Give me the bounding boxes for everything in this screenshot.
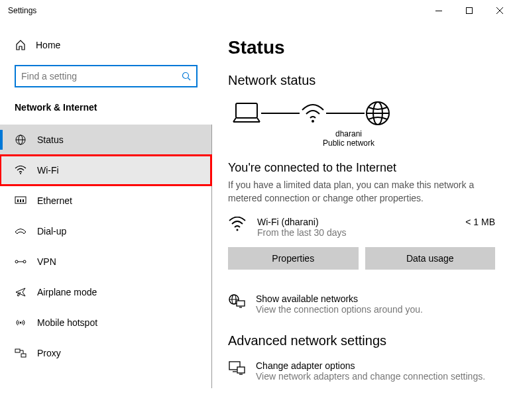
adapter-title: Change adapter options — [256, 360, 485, 371]
nav-label: Mobile hotspot — [37, 317, 97, 328]
svg-rect-31 — [237, 301, 245, 306]
nav-item-hotspot[interactable]: Mobile hotspot — [0, 307, 211, 338]
svg-rect-13 — [23, 199, 24, 202]
wifi-icon — [228, 217, 247, 231]
data-usage-button[interactable]: Data usage — [365, 247, 496, 270]
dialup-icon — [15, 227, 27, 235]
network-status-heading: Network status — [228, 73, 495, 88]
vpn-icon — [15, 257, 27, 266]
nav-label: Airplane mode — [37, 287, 97, 297]
search-icon — [182, 72, 191, 81]
sidebar: Home Network & Internet Status Wi-Fi Eth… — [0, 21, 212, 420]
svg-rect-11 — [17, 199, 19, 202]
svg-rect-0 — [435, 11, 442, 11]
close-button[interactable] — [485, 0, 515, 21]
airplane-icon — [15, 286, 27, 298]
show-networks-desc: View the connection options around you. — [256, 304, 423, 315]
home-icon — [15, 40, 27, 50]
nav-label: Wi-Fi — [37, 165, 59, 176]
nav-item-status[interactable]: Status — [0, 125, 211, 155]
svg-point-17 — [20, 322, 22, 324]
show-networks-option[interactable]: Show available networks View the connect… — [228, 293, 495, 315]
nav-item-dialup[interactable]: Dial-up — [0, 216, 211, 246]
connected-title: You're connected to the Internet — [228, 161, 495, 175]
search-input[interactable] — [21, 71, 174, 81]
svg-point-4 — [183, 73, 189, 79]
adapter-desc: View network adapters and change connect… — [256, 371, 485, 382]
main-panel: Status Network status dharani Public net… — [212, 21, 515, 420]
ssid-label: dharani — [289, 129, 408, 138]
connected-desc: If you have a limited data plan, you can… — [228, 179, 495, 205]
svg-rect-12 — [20, 199, 21, 202]
minimize-button[interactable] — [424, 0, 454, 21]
proxy-icon — [15, 348, 27, 358]
svg-point-14 — [15, 260, 18, 263]
home-label: Home — [36, 40, 60, 50]
wifi-name: Wi-Fi (dharani) — [257, 217, 455, 227]
globe-icon — [365, 100, 391, 127]
nav-list: Status Wi-Fi Ethernet Dial-up VPN Airpla… — [0, 125, 212, 388]
nav-label: Dial-up — [37, 226, 66, 236]
connector-line — [326, 113, 365, 114]
diagram-labels: dharani Public network — [289, 129, 408, 148]
svg-point-9 — [20, 173, 21, 174]
ethernet-icon — [15, 196, 27, 205]
svg-rect-1 — [467, 8, 473, 14]
network-type-label: Public network — [289, 138, 408, 148]
nav-label: VPN — [37, 256, 56, 267]
advanced-heading: Advanced network settings — [228, 333, 495, 348]
svg-rect-19 — [21, 354, 26, 357]
network-diagram — [228, 100, 495, 127]
nav-label: Status — [37, 134, 64, 145]
window-title: Settings — [8, 6, 36, 15]
svg-line-5 — [188, 78, 191, 81]
svg-point-15 — [23, 260, 26, 263]
home-link[interactable]: Home — [0, 34, 212, 56]
nav-item-proxy[interactable]: Proxy — [0, 338, 211, 368]
laptop-icon — [232, 102, 261, 125]
page-title: Status — [228, 37, 495, 58]
globe-monitor-icon — [15, 134, 27, 146]
svg-rect-18 — [15, 349, 20, 352]
wifi-diagram-icon — [300, 102, 326, 125]
hotspot-icon — [15, 317, 27, 328]
svg-rect-22 — [236, 103, 257, 118]
globe-monitor-icon — [228, 293, 245, 315]
adapter-icon — [228, 360, 245, 382]
nav-item-wifi[interactable]: Wi-Fi — [0, 155, 211, 185]
button-row: Properties Data usage — [228, 247, 495, 270]
wifi-info-row: Wi-Fi (dharani) From the last 30 days < … — [228, 217, 495, 238]
svg-rect-35 — [237, 367, 245, 373]
data-amount: < 1 MB — [465, 217, 495, 227]
wifi-sub: From the last 30 days — [257, 227, 455, 238]
properties-button[interactable]: Properties — [228, 247, 359, 270]
wifi-icon — [15, 166, 27, 175]
nav-item-airplane[interactable]: Airplane mode — [0, 277, 211, 307]
maximize-button[interactable] — [454, 0, 485, 21]
titlebar: Settings — [0, 0, 515, 21]
category-title: Network & Internet — [0, 102, 212, 113]
window-controls — [424, 0, 515, 21]
nav-label: Ethernet — [37, 195, 72, 206]
search-box[interactable] — [15, 65, 198, 87]
nav-item-ethernet[interactable]: Ethernet — [0, 185, 211, 216]
svg-point-23 — [312, 120, 314, 123]
svg-point-27 — [237, 229, 239, 231]
nav-item-vpn[interactable]: VPN — [0, 246, 211, 277]
adapter-option[interactable]: Change adapter options View network adap… — [228, 360, 495, 382]
show-networks-title: Show available networks — [256, 293, 423, 304]
connector-line — [261, 113, 300, 114]
nav-label: Proxy — [37, 348, 61, 358]
